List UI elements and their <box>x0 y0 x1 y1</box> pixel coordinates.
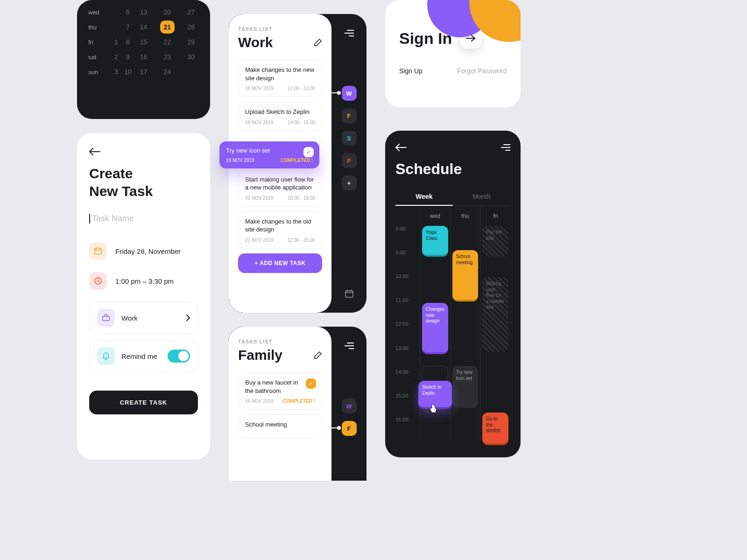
calendar-cell[interactable]: 3 <box>112 64 120 79</box>
pencil-icon <box>314 38 322 47</box>
schedule-day-thu: School meeting Try new icon set <box>450 226 480 441</box>
forgot-password-link[interactable]: Forgot Password <box>457 67 507 75</box>
schedule-event[interactable]: School meeting <box>452 250 479 301</box>
add-task-button[interactable]: + ADD NEW TASK <box>238 253 322 273</box>
checkmark-icon: ✓ <box>303 147 314 157</box>
menu-button[interactable] <box>501 144 510 151</box>
arrow-left-icon <box>89 148 100 155</box>
task-date-value[interactable]: Friday 28, November <box>115 247 181 255</box>
calendar-nav-button[interactable] <box>339 284 359 303</box>
bell-icon <box>97 347 115 365</box>
calendar-cell[interactable]: 30 <box>183 49 199 64</box>
calendar-cell-selected[interactable]: 21 <box>151 20 183 35</box>
calendar-cell[interactable]: 6 <box>120 5 136 20</box>
sidebar-chip-work[interactable]: W <box>342 399 357 413</box>
edit-button[interactable] <box>314 351 322 359</box>
task-item[interactable]: Make changes to the old site design21 NO… <box>238 211 322 249</box>
calendar-cell[interactable]: 14 <box>136 20 152 35</box>
schedule-event[interactable]: Go to the dentist <box>482 413 508 445</box>
task-item[interactable]: Start making user flow for a new mobile … <box>238 169 322 207</box>
remind-me-toggle[interactable] <box>168 350 190 363</box>
clock-icon <box>89 272 107 290</box>
calendar-cell[interactable]: 23 <box>151 49 183 64</box>
back-button[interactable] <box>395 144 407 151</box>
checkmark-icon: ✓ <box>306 378 316 389</box>
calendar-cell[interactable]: 17 <box>136 64 152 79</box>
chevron-right-icon <box>186 315 190 321</box>
calendar-widget: wed6132027 thu7142128 fri18152229 sat291… <box>77 0 210 119</box>
task-item[interactable]: Upload Sketch to Zeplin18 NOV 201914:00 … <box>238 102 322 131</box>
category-label: Work <box>121 314 180 322</box>
tasks-list-label: TASKS LIST <box>238 339 322 344</box>
calendar-cell[interactable]: 10 <box>120 64 136 79</box>
tab-week[interactable]: Week <box>395 188 453 206</box>
schedule-title: Schedule <box>395 161 510 178</box>
calendar-cell[interactable]: 1 <box>112 35 120 49</box>
svg-rect-3 <box>345 291 353 297</box>
cursor-icon <box>429 403 438 413</box>
calendar-cell[interactable]: 13 <box>136 5 152 20</box>
schedule-day-header: wed <box>420 206 450 226</box>
menu-icon <box>501 144 510 151</box>
schedule-event[interactable]: Changes new design <box>422 303 448 354</box>
create-task-title: CreateNew Task <box>89 165 198 200</box>
sign-in-screen: Sign In Sign Up Forgot Password <box>385 0 521 107</box>
calendar-cell[interactable]: 20 <box>151 5 183 20</box>
calendar-cell[interactable]: 9 <box>120 49 136 64</box>
menu-button[interactable] <box>339 23 359 43</box>
calendar-day-label: fri <box>88 35 112 49</box>
calendar-cell[interactable]: 29 <box>183 35 199 49</box>
tasks-list-title: Family <box>238 347 282 363</box>
tasks-list-title: Work <box>238 35 273 50</box>
task-item-completed[interactable]: Try new icon set ✓ 19 NOV 2019COMPLETED … <box>219 141 319 168</box>
schedule-event[interactable]: Yoga Class <box>422 226 448 257</box>
calendar-cell[interactable]: 2 <box>112 49 120 64</box>
schedule-day-header: fri <box>480 206 510 226</box>
task-item[interactable]: School meeting <box>238 414 322 439</box>
sidebar-chip-family[interactable]: F <box>342 108 357 123</box>
category-selector[interactable]: Work <box>89 302 198 334</box>
sidebar-chip-p[interactable]: P <box>342 153 357 168</box>
sidebar-chip-s[interactable]: S <box>342 131 357 146</box>
create-task-button[interactable]: CREATE TASK <box>89 391 198 414</box>
calendar-cell[interactable]: 16 <box>136 49 152 64</box>
schedule-screen: Schedule Week Month wed thu fri 8:009:00… <box>385 131 521 457</box>
tasks-family-screen: TASKS LIST Family Buy a new faucet in th… <box>229 327 366 481</box>
sign-up-link[interactable]: Sign Up <box>399 67 423 75</box>
menu-button[interactable] <box>339 336 359 356</box>
schedule-time-column: 8:009:0010:0011:0012:0013:0014:0015:0016… <box>395 226 420 441</box>
create-task-screen: CreateNew Task Task Name Friday 28, Nove… <box>77 133 210 460</box>
calendar-cell[interactable]: 28 <box>183 20 199 35</box>
task-time-value[interactable]: 1:00 pm – 3:30 pm <box>115 277 174 285</box>
edit-button[interactable] <box>314 38 322 47</box>
calendar-cell[interactable]: 27 <box>183 5 199 20</box>
schedule-event-disabled[interactable]: Pay the bills <box>482 226 508 257</box>
calendar-cell[interactable]: 8 <box>120 35 136 49</box>
calendar-icon <box>89 242 107 260</box>
schedule-event-disabled[interactable]: Making user flow for a mobile app <box>482 277 508 352</box>
calendar-cell[interactable]: 24 <box>151 64 183 79</box>
sidebar-chip-work[interactable]: W <box>342 86 357 101</box>
calendar-cell[interactable]: 7 <box>120 20 136 35</box>
task-item[interactable]: Buy a new faucet in the bathroom ✓ 16 NO… <box>238 372 322 410</box>
calendar-cell[interactable]: 22 <box>151 35 183 49</box>
schedule-day-fri: Pay the bills Making user flow for a mob… <box>480 226 510 441</box>
calendar-cell[interactable]: 15 <box>136 35 152 49</box>
calendar-day-label: wed <box>88 5 112 20</box>
task-item[interactable]: Make changes to the new site design18 NO… <box>238 60 322 97</box>
task-name-input[interactable]: Task Name <box>89 214 198 224</box>
calendar-day-label: sun <box>88 64 112 79</box>
calendar-day-label: thu <box>88 20 112 35</box>
calendar-table: wed6132027 thu7142128 fri18152229 sat291… <box>88 5 199 79</box>
sidebar-chip-family[interactable]: F <box>342 421 357 436</box>
remind-me-row: Remind me <box>89 340 198 372</box>
sidebar-chip-add[interactable]: + <box>342 175 357 190</box>
calendar-day-label: sat <box>88 49 112 64</box>
schedule-day-wed: Yoga Class Changes new design Sketch to … <box>420 226 450 441</box>
schedule-day-header: thu <box>450 206 480 226</box>
back-button[interactable] <box>89 148 198 155</box>
arrow-left-icon <box>395 144 407 151</box>
calendar-icon <box>345 289 354 298</box>
tab-month[interactable]: Month <box>453 188 510 206</box>
schedule-event[interactable]: Try new icon set <box>452 366 479 408</box>
